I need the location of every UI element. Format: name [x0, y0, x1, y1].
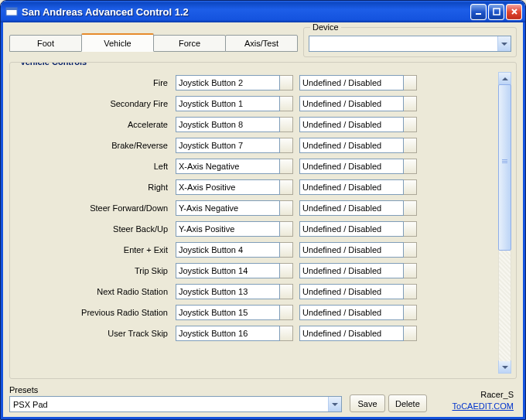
primary-binding-field[interactable]: Joystick Button 4	[176, 242, 280, 258]
clear-primary-button[interactable]	[280, 242, 293, 258]
tab-vehicle[interactable]: Vehicle	[81, 33, 154, 52]
close-button[interactable]	[506, 4, 522, 20]
clear-secondary-button[interactable]	[404, 200, 417, 216]
vertical-scrollbar[interactable]	[498, 72, 511, 374]
secondary-binding-field[interactable]: Undefined / Disabled	[299, 96, 404, 111]
window-buttons	[470, 4, 522, 20]
control-row: Enter + ExitJoystick Button 4Undefined /…	[15, 239, 498, 260]
app-icon	[5, 5, 18, 18]
chevron-down-icon[interactable]	[328, 397, 341, 411]
tab-force[interactable]: Force	[153, 35, 226, 52]
delete-button[interactable]: Delete	[388, 394, 427, 412]
primary-binding-field[interactable]: Joystick Button 16	[176, 326, 280, 341]
bottom-bar: Presets PSX Pad Save Delete Racer_S ToCA…	[9, 385, 517, 412]
control-row: Next Radio StationJoystick Button 13Unde…	[15, 281, 498, 302]
clear-primary-button[interactable]	[280, 305, 293, 320]
clear-primary-button[interactable]	[280, 159, 293, 174]
site-link[interactable]: ToCAEDIT.COM	[453, 401, 514, 412]
tab-foot[interactable]: Foot	[9, 35, 82, 52]
control-row: AccelerateJoystick Button 8Undefined / D…	[15, 114, 498, 135]
secondary-binding-field[interactable]: Undefined / Disabled	[299, 179, 404, 195]
control-label: Steer Back/Up	[15, 224, 169, 234]
clear-secondary-button[interactable]	[404, 242, 417, 258]
maximize-button[interactable]	[488, 4, 504, 20]
secondary-binding-field[interactable]: Undefined / Disabled	[299, 117, 404, 132]
clear-primary-button[interactable]	[280, 138, 293, 153]
clear-secondary-button[interactable]	[404, 179, 417, 195]
primary-binding-field[interactable]: Joystick Button 14	[176, 263, 280, 278]
clear-primary-button[interactable]	[280, 117, 293, 132]
control-label: Next Radio Station	[15, 287, 169, 296]
control-label: Steer Forward/Down	[15, 203, 169, 213]
clear-secondary-button[interactable]	[404, 138, 417, 153]
secondary-binding-field[interactable]: Undefined / Disabled	[299, 221, 404, 237]
device-label: Device	[310, 22, 341, 32]
clear-secondary-button[interactable]	[404, 284, 417, 299]
clear-secondary-button[interactable]	[404, 96, 417, 111]
secondary-binding-field[interactable]: Undefined / Disabled	[299, 138, 404, 153]
credits: Racer_S ToCAEDIT.COM	[453, 389, 517, 412]
clear-secondary-button[interactable]	[404, 221, 417, 237]
clear-primary-button[interactable]	[280, 179, 293, 195]
primary-binding-field[interactable]: Joystick Button 13	[176, 284, 280, 299]
primary-binding-field[interactable]: Joystick Button 8	[176, 117, 280, 132]
save-button[interactable]: Save	[350, 394, 385, 412]
control-row: Trip SkipJoystick Button 14Undefined / D…	[15, 260, 498, 281]
control-label: Previous Radio Station	[15, 308, 169, 317]
clear-primary-button[interactable]	[280, 263, 293, 278]
primary-binding-field[interactable]: X-Axis Positive	[176, 179, 280, 195]
clear-secondary-button[interactable]	[404, 305, 417, 320]
primary-binding-field[interactable]: Y-Axis Negative	[176, 200, 280, 216]
presets-block: Presets PSX Pad	[9, 385, 342, 412]
scroll-track[interactable]	[499, 84, 511, 361]
presets-value: PSX Pad	[10, 400, 328, 409]
control-label: Enter + Exit	[15, 245, 169, 254]
clear-primary-button[interactable]	[280, 221, 293, 237]
clear-secondary-button[interactable]	[404, 159, 417, 174]
controls-rows: FireJoystick Button 2Undefined / Disable…	[15, 72, 498, 343]
control-label: Accelerate	[15, 120, 169, 129]
primary-binding-field[interactable]: Joystick Button 2	[176, 75, 280, 90]
scroll-up-button[interactable]	[498, 72, 511, 85]
primary-binding-field[interactable]: Y-Axis Positive	[176, 221, 280, 237]
secondary-binding-field[interactable]: Undefined / Disabled	[299, 284, 404, 299]
client-area: Foot Vehicle Force Axis/Test Device Vehi…	[1, 22, 525, 419]
presets-label: Presets	[9, 385, 342, 394]
clear-secondary-button[interactable]	[404, 326, 417, 341]
clear-primary-button[interactable]	[280, 96, 293, 111]
primary-binding-field[interactable]: Joystick Button 15	[176, 305, 280, 320]
control-label: Fire	[15, 78, 169, 87]
controls-scroll-area: FireJoystick Button 2Undefined / Disable…	[15, 72, 498, 374]
secondary-binding-field[interactable]: Undefined / Disabled	[299, 200, 404, 216]
secondary-binding-field[interactable]: Undefined / Disabled	[299, 326, 404, 341]
secondary-binding-field[interactable]: Undefined / Disabled	[299, 263, 404, 278]
tab-axistest[interactable]: Axis/Test	[225, 35, 298, 52]
control-label: Right	[15, 183, 169, 192]
device-combobox[interactable]	[309, 36, 511, 52]
clear-primary-button[interactable]	[280, 284, 293, 299]
svg-rect-3	[494, 9, 500, 15]
scroll-down-button[interactable]	[498, 360, 511, 374]
secondary-binding-field[interactable]: Undefined / Disabled	[299, 159, 404, 174]
secondary-binding-field[interactable]: Undefined / Disabled	[299, 242, 404, 258]
chevron-down-icon[interactable]	[497, 36, 511, 51]
scroll-thumb[interactable]	[498, 84, 511, 251]
primary-binding-field[interactable]: Joystick Button 1	[176, 96, 280, 111]
presets-combobox[interactable]: PSX Pad	[9, 396, 342, 412]
clear-secondary-button[interactable]	[404, 75, 417, 90]
primary-binding-field[interactable]: Joystick Button 7	[176, 138, 280, 153]
control-label: Brake/Reverse	[15, 141, 169, 150]
secondary-binding-field[interactable]: Undefined / Disabled	[299, 75, 404, 90]
secondary-binding-field[interactable]: Undefined / Disabled	[299, 305, 404, 320]
clear-primary-button[interactable]	[280, 75, 293, 90]
control-row: User Track SkipJoystick Button 16Undefin…	[15, 323, 498, 343]
control-row: Previous Radio StationJoystick Button 15…	[15, 302, 498, 323]
minimize-button[interactable]	[470, 4, 487, 20]
clear-primary-button[interactable]	[280, 200, 293, 216]
control-label: Left	[15, 162, 169, 171]
clear-secondary-button[interactable]	[404, 117, 417, 132]
clear-secondary-button[interactable]	[404, 263, 417, 278]
clear-primary-button[interactable]	[280, 326, 293, 341]
control-label: Secondary Fire	[15, 99, 169, 108]
primary-binding-field[interactable]: X-Axis Negative	[176, 159, 280, 174]
